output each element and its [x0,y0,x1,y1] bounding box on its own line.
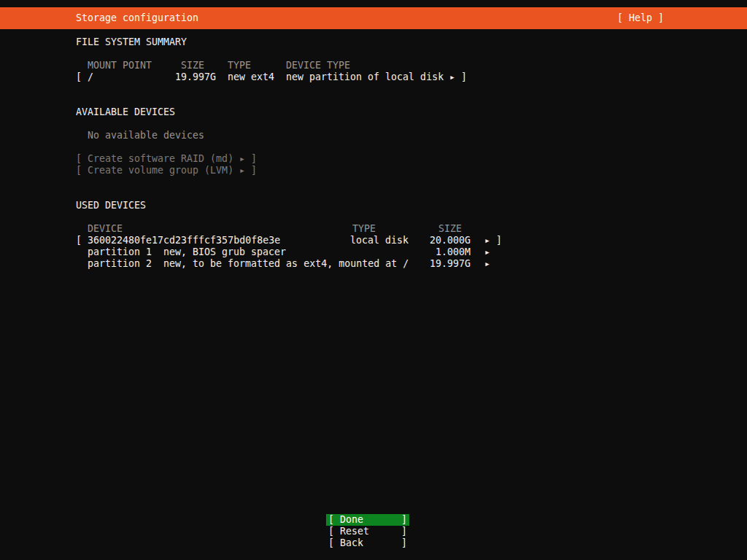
bracket-close: ] [401,514,407,526]
section-title: AVAILABLE DEVICES [76,106,175,118]
expand-arrow-icon: ▸ [484,258,490,270]
expand-arrow-icon: ▸ [239,165,245,176]
partition-description: new, to be formatted as ext4, mounted at… [163,258,409,270]
column-header-size: SIZE [181,60,204,71]
title-bar: Storage configuration [ Help ] [0,7,747,29]
partition-size: 1.000M [424,246,471,258]
create-volume-group-button[interactable]: [ Create volume group (LVM) ▸ ] [0,165,747,176]
done-button-label: Done [340,514,401,526]
bracket-open: [ [328,526,334,537]
partition-name: partition 1 [88,246,152,258]
fs-summary-header-row: MOUNT POINT SIZE TYPE DEVICE TYPE [0,60,747,71]
help-button[interactable]: [ Help ] [617,7,664,29]
reset-button-label: Reset [340,526,401,537]
bracket-open: [ [76,71,82,83]
section-title: FILE SYSTEM SUMMARY [76,36,187,48]
bracket-close: ] [251,165,257,176]
create-software-raid-label: Create software RAID (md) [88,153,233,165]
used-devices-header-row: DEVICE TYPE SIZE [0,223,747,235]
bracket-close: ] [251,153,257,165]
device-type-value: new partition of local disk [286,71,444,83]
done-button[interactable]: [ Done ] [326,514,409,526]
device-id: 360022480fe17cd23fffcf357bd0f8e3e [88,235,280,246]
size-value: 19.997G [169,71,216,83]
device-size: 20.000G [424,235,471,246]
storage-configuration-screen: Storage configuration [ Help ] FILE SYST… [0,0,747,560]
column-header-device-type: DEVICE TYPE [286,60,350,71]
back-button[interactable]: [ Back ] [326,537,409,549]
expand-arrow-icon: ▸ [239,153,245,165]
expand-arrow-icon: ▸ [484,235,490,246]
create-volume-group-label: Create volume group (LVM) [88,165,233,176]
expand-arrow-icon: ▸ [484,246,490,258]
device-type: local disk [350,235,409,246]
no-available-devices-text: No available devices [0,130,747,141]
column-header-device: DEVICE [88,223,123,235]
page-title: Storage configuration [76,7,198,29]
bracket-close: ] [496,235,502,246]
section-title: USED DEVICES [76,200,146,211]
expand-arrow-icon: ▸ [449,71,455,83]
reset-button[interactable]: [ Reset ] [326,526,409,537]
bracket-close: ] [461,71,467,83]
available-devices-heading: AVAILABLE DEVICES [0,106,747,118]
mount-point-value: / [88,71,93,83]
bracket-open: [ [76,153,82,165]
used-device-row-partition-1[interactable]: partition 1 new, BIOS grub spacer 1.000M… [0,246,747,258]
column-header-type: TYPE [352,223,376,235]
column-header-mount-point: MOUNT POINT [88,60,152,71]
empty-state-label: No available devices [88,130,204,141]
bracket-open: [ [328,514,334,526]
partition-description: new, BIOS grub spacer [163,246,286,258]
back-button-label: Back [340,537,401,549]
used-devices-heading: USED DEVICES [0,200,747,211]
create-software-raid-button[interactable]: [ Create software RAID (md) ▸ ] [0,153,747,165]
column-header-size: SIZE [438,223,462,235]
bracket-open: [ [76,235,82,246]
bracket-close: ] [401,526,407,537]
file-system-summary-heading: FILE SYSTEM SUMMARY [0,36,747,48]
used-device-row-partition-2[interactable]: partition 2 new, to be formatted as ext4… [0,258,747,270]
column-header-type: TYPE [228,60,251,71]
bracket-open: [ [76,165,82,176]
fs-summary-row-root[interactable]: [ / 19.997G new ext4 new partition of lo… [0,71,747,83]
partition-size: 19.997G [424,258,471,270]
bracket-open: [ [328,537,334,549]
used-device-row-disk[interactable]: [ 360022480fe17cd23fffcf357bd0f8e3e loca… [0,235,747,246]
type-value: new ext4 [228,71,274,83]
bracket-close: ] [401,537,407,549]
partition-name: partition 2 [88,258,152,270]
